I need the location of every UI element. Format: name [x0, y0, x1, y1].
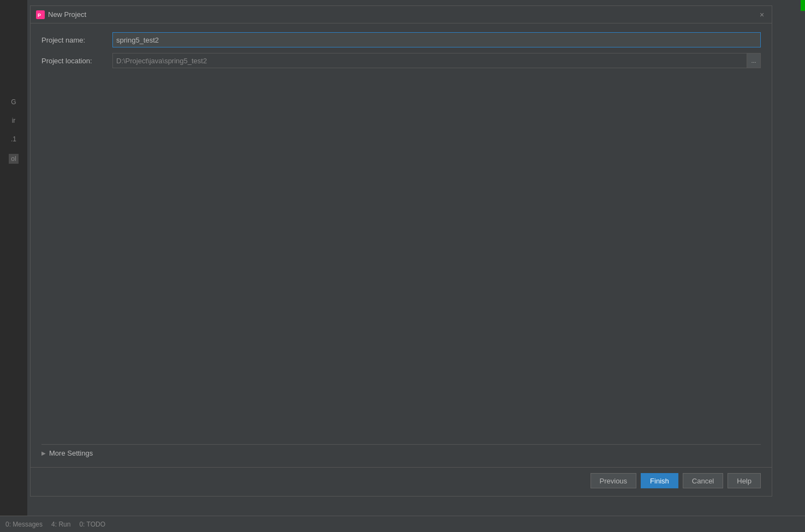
sidebar-item-g: G — [11, 98, 16, 106]
more-settings-label: More Settings — [49, 449, 93, 457]
project-location-row: Project location: D:\Project\java\spring… — [41, 53, 761, 68]
content-area — [41, 74, 761, 442]
project-name-label: Project name: — [41, 36, 112, 44]
more-settings-row[interactable]: ▶ More Settings — [41, 444, 761, 462]
previous-button[interactable]: Previous — [591, 473, 637, 488]
more-settings-arrow-icon: ▶ — [41, 450, 46, 456]
bottom-strip: 0: Messages 4: Run 0: TODO — [0, 516, 805, 532]
run-strip-label: 4: Run — [51, 521, 70, 528]
project-location-display: D:\Project\java\spring5_test2 — [112, 53, 747, 68]
green-indicator — [801, 0, 805, 11]
close-button[interactable]: × — [758, 10, 766, 19]
project-name-row: Project name: — [41, 32, 761, 47]
dialog-body: Project name: Project location: D:\Proje… — [31, 23, 772, 467]
help-button[interactable]: Help — [728, 473, 761, 488]
dialog-title: New Project — [48, 10, 86, 19]
finish-button[interactable]: Finish — [641, 473, 678, 488]
intellij-icon: P — [36, 10, 45, 19]
todo-strip-item[interactable]: 0: TODO — [79, 521, 105, 528]
dialog-title-left: P New Project — [36, 10, 86, 19]
run-strip-item[interactable]: 4: Run — [51, 521, 70, 528]
messages-strip-item[interactable]: 0: Messages — [5, 521, 43, 528]
sidebar: G ir .1 ol — [0, 0, 27, 532]
sidebar-item-ol: ol — [9, 154, 18, 164]
browse-button[interactable]: ... — [747, 53, 761, 68]
new-project-dialog: P New Project × Project name: Project lo… — [30, 5, 772, 497]
project-location-input-row: D:\Project\java\spring5_test2 ... — [112, 53, 761, 68]
project-name-input[interactable] — [112, 32, 761, 47]
dialog-footer: Previous Finish Cancel Help — [31, 467, 772, 496]
dialog-titlebar: P New Project × — [31, 6, 772, 23]
svg-text:P: P — [38, 13, 41, 18]
project-location-label: Project location: — [41, 57, 112, 65]
messages-strip-label: 0: Messages — [5, 521, 43, 528]
sidebar-item-1: .1 — [11, 135, 16, 143]
sidebar-item-ir: ir — [12, 117, 16, 124]
todo-strip-label: 0: TODO — [79, 521, 105, 528]
cancel-button[interactable]: Cancel — [683, 473, 723, 488]
